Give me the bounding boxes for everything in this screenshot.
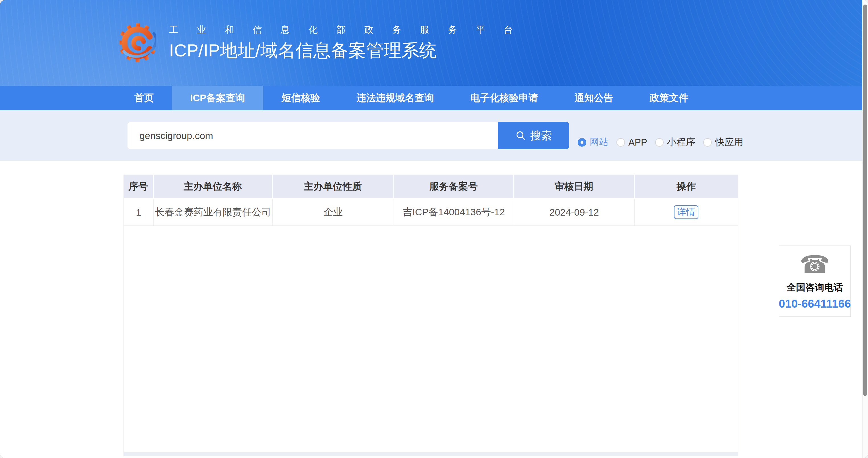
search-button[interactable]: 搜索: [498, 122, 569, 149]
site-header: 工业和信息化部政务服务平台 ICP/IP地址/域名信息备案管理系统: [0, 0, 862, 86]
cell-organizer-nature: 企业: [273, 199, 394, 225]
nav-item-sms-verify[interactable]: 短信核验: [263, 86, 338, 110]
contact-phone[interactable]: 010-66411166: [779, 297, 851, 310]
search-type-group: 网站 APP 小程序 快应用: [578, 110, 743, 161]
col-organizer-name: 主办单位名称: [154, 175, 273, 198]
search-icon: [516, 130, 526, 141]
main-nav: 首页 ICP备案查询 短信核验 违法违规域名查询 电子化核验申请 通知公告 政策…: [0, 86, 862, 110]
contact-label: 全国咨询电话: [786, 281, 843, 294]
nav-item-icp-query[interactable]: ICP备案查询: [172, 86, 263, 110]
col-license-number: 服务备案号: [394, 175, 514, 198]
col-index: 序号: [124, 175, 154, 198]
icp-filing-page: 工业和信息化部政务服务平台 ICP/IP地址/域名信息备案管理系统 首页 ICP…: [0, 0, 868, 458]
radio-quickapp-label: 快应用: [715, 136, 743, 149]
detail-button[interactable]: 详情: [674, 205, 699, 219]
nav-item-policy-docs[interactable]: 政策文件: [631, 86, 707, 110]
search-input[interactable]: [127, 122, 498, 149]
miit-gear-logo-icon: [120, 18, 156, 67]
search-button-label: 搜索: [530, 128, 552, 143]
radio-app-icon: [616, 138, 625, 147]
page-scrollbar[interactable]: [862, 0, 868, 458]
col-actions: 操作: [634, 175, 738, 198]
cell-actions: 详情: [634, 199, 738, 225]
nav-item-e-verification[interactable]: 电子化核验申请: [452, 86, 556, 110]
cell-license-number: 吉ICP备14004136号-12: [394, 199, 514, 225]
radio-miniprogram-icon: [655, 138, 664, 147]
cell-index: 1: [124, 199, 154, 225]
nav-item-home[interactable]: 首页: [116, 86, 172, 110]
cell-review-date: 2024-09-12: [514, 199, 634, 225]
radio-website[interactable]: 网站: [578, 136, 609, 149]
radio-quickapp-icon: [703, 138, 712, 147]
table-header-row: 序号 主办单位名称 主办单位性质 服务备案号 审核日期 操作: [124, 175, 738, 199]
results-table: 序号 主办单位名称 主办单位性质 服务备案号 审核日期 操作 1 长春金赛药业有…: [124, 175, 738, 456]
radio-app[interactable]: APP: [616, 137, 647, 148]
nav-item-illegal-domain-query[interactable]: 违法违规域名查询: [338, 86, 452, 110]
cell-organizer-name: 长春金赛药业有限责任公司: [154, 199, 273, 225]
contact-card: ☎ 全国咨询电话 010-66411166: [779, 246, 850, 317]
table-horizontal-scrollbar[interactable]: [124, 452, 738, 456]
radio-website-icon: [578, 138, 586, 147]
col-organizer-nature: 主办单位性质: [273, 175, 394, 198]
col-review-date: 审核日期: [514, 175, 634, 198]
radio-miniprogram[interactable]: 小程序: [655, 136, 695, 149]
radio-app-label: APP: [628, 137, 647, 148]
search-section: 搜索 网站 APP 小程序 快应用: [0, 110, 862, 161]
page-title: ICP/IP地址/域名信息备案管理系统: [169, 41, 532, 59]
scrollbar-thumb[interactable]: [863, 5, 867, 396]
platform-subtitle: 工业和信息化部政务服务平台: [169, 25, 532, 34]
table-row: 1 长春金赛药业有限责任公司 企业 吉ICP备14004136号-12 2024…: [124, 199, 738, 226]
radio-quickapp[interactable]: 快应用: [703, 136, 743, 149]
nav-item-notices[interactable]: 通知公告: [556, 86, 631, 110]
phone-icon: ☎: [799, 252, 830, 277]
radio-miniprogram-label: 小程序: [667, 136, 695, 149]
radio-website-label: 网站: [590, 136, 609, 149]
results-area: 序号 主办单位名称 主办单位性质 服务备案号 审核日期 操作 1 长春金赛药业有…: [0, 161, 862, 458]
brand: 工业和信息化部政务服务平台 ICP/IP地址/域名信息备案管理系统: [120, 18, 532, 67]
